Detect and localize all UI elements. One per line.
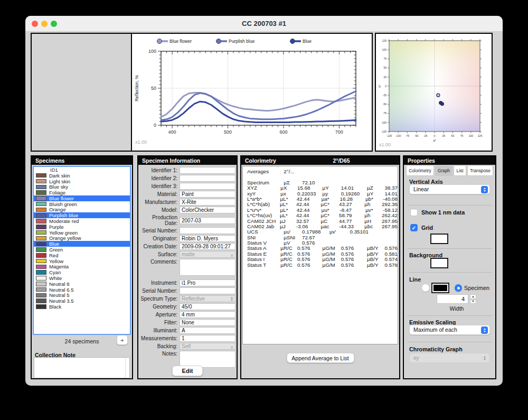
specimen-row[interactable]: Orange yellow bbox=[34, 236, 130, 241]
specimen-label: Blue bbox=[49, 241, 59, 247]
metric-value bbox=[350, 169, 379, 174]
color-swatch bbox=[36, 304, 46, 309]
tab-colorimetry[interactable]: Colorimetry bbox=[406, 165, 434, 176]
divider bbox=[407, 342, 492, 342]
grid-label: Grid bbox=[421, 225, 433, 231]
specimen-row[interactable]: Blue bbox=[34, 241, 130, 247]
metric-name: CAM02 Jab bbox=[247, 223, 280, 229]
field-input[interactable]: ColorChecker bbox=[180, 207, 235, 213]
add-specimen-button[interactable]: + bbox=[117, 335, 128, 345]
collection-note-input[interactable] bbox=[34, 357, 130, 378]
grid-checkbox[interactable]: ✓ bbox=[410, 224, 418, 231]
field-input[interactable]: 45/0 bbox=[180, 303, 235, 310]
info-row: Production Date:2007-03 bbox=[139, 214, 238, 226]
specimen-row[interactable]: Dark skin bbox=[34, 173, 130, 179]
specimen-row[interactable]: Moderate red bbox=[34, 218, 130, 224]
line-color-well[interactable] bbox=[431, 283, 449, 293]
field-input[interactable]: i1 Pro bbox=[180, 279, 235, 286]
specimens-list[interactable]: ID1Dark skinLight skinBlue skyFoliageBlu… bbox=[33, 166, 131, 335]
edit-button[interactable]: Edit bbox=[172, 366, 203, 376]
field-input[interactable]: 1 bbox=[180, 335, 235, 342]
divider bbox=[407, 205, 492, 206]
field-input[interactable] bbox=[180, 175, 235, 182]
metric-name: L*a*b* bbox=[247, 196, 280, 201]
specimen-row[interactable]: Blue flower bbox=[34, 195, 130, 201]
field-input: matte∨ bbox=[180, 251, 235, 258]
specimen-row[interactable]: Neutral 8 bbox=[34, 281, 130, 287]
svg-text:75: 75 bbox=[460, 134, 464, 137]
specimen-row[interactable]: White bbox=[34, 275, 130, 281]
color-swatch bbox=[36, 230, 46, 235]
svg-text:-75: -75 bbox=[406, 134, 409, 137]
emissive-scaling-select[interactable]: Maximum of each bbox=[409, 325, 490, 335]
specimen-row[interactable]: Purple bbox=[34, 224, 130, 230]
specimen-row[interactable]: Orange bbox=[34, 207, 130, 213]
grid-color-well[interactable] bbox=[430, 234, 448, 244]
field-input[interactable] bbox=[180, 167, 235, 174]
info-row: Identifier 1: bbox=[139, 167, 238, 174]
field-input[interactable]: 2007-03 bbox=[180, 217, 235, 224]
colorimetry-row: UCSµu'0.17988µv'0.35101 bbox=[247, 229, 398, 234]
field-input[interactable]: None bbox=[180, 319, 235, 326]
metric-value: 0.576 bbox=[341, 251, 367, 256]
svg-text:Blue: Blue bbox=[303, 39, 312, 44]
field-input[interactable]: X-Rite bbox=[180, 199, 235, 206]
field-input[interactable]: 4 mm bbox=[180, 311, 235, 318]
specimen-row[interactable]: Neutral 5 bbox=[34, 293, 130, 298]
specimen-row[interactable]: Neutral 6.5 bbox=[34, 287, 130, 293]
field-input[interactable] bbox=[180, 183, 235, 190]
metric-value: 42.44 bbox=[297, 207, 322, 212]
specimen-row[interactable]: Green bbox=[34, 247, 130, 253]
specimen-row[interactable]: Blue sky bbox=[34, 184, 130, 190]
tab-list[interactable]: List bbox=[454, 165, 466, 176]
line-width-row: 4 bbox=[404, 294, 495, 304]
specimen-row[interactable]: Light skin bbox=[34, 179, 130, 184]
svg-text:100: 100 bbox=[469, 134, 474, 137]
colorimetry-row: XYZµX15.68µY14.01µZ38.37 bbox=[247, 185, 398, 190]
colorimetry-row: L*C*hs(uv)µL*42.44µC*58.79µh262.42 bbox=[247, 212, 398, 218]
scrollbar[interactable] bbox=[125, 358, 126, 378]
color-swatch bbox=[36, 196, 46, 201]
color-swatch bbox=[36, 185, 46, 190]
background-color-well[interactable] bbox=[430, 258, 448, 268]
field-label: Material: bbox=[139, 191, 180, 197]
line-width-stepper[interactable] bbox=[470, 294, 476, 304]
specimen-radio[interactable] bbox=[455, 284, 462, 292]
specimen-row[interactable]: Yellow green bbox=[34, 230, 130, 236]
field-input[interactable] bbox=[180, 259, 235, 276]
metric-symbol: 2°/... bbox=[284, 169, 302, 174]
info-row: Backing:Self∨ bbox=[139, 343, 238, 350]
specimen-row[interactable]: Magenta bbox=[34, 264, 130, 270]
metric-value bbox=[302, 169, 329, 174]
specimen-row[interactable]: Red bbox=[34, 253, 130, 258]
info-row: Identifier 2: bbox=[139, 175, 238, 182]
field-input[interactable] bbox=[180, 227, 235, 234]
tab-graph[interactable]: Graph bbox=[435, 165, 452, 176]
color-swatch bbox=[36, 247, 46, 252]
color-swatch bbox=[36, 276, 46, 281]
svg-text:a*: a* bbox=[433, 139, 436, 142]
specimen-row[interactable]: Yellow bbox=[34, 258, 130, 264]
tab-transpose[interactable]: Transpose bbox=[467, 165, 493, 176]
show-1nm-checkbox[interactable] bbox=[410, 209, 418, 216]
specimen-row[interactable]: Black bbox=[34, 304, 130, 310]
specimen-radio-label: Specimen bbox=[464, 285, 489, 291]
specimen-row[interactable]: Neutral 3.5 bbox=[34, 298, 130, 304]
metric-symbol: µV bbox=[284, 240, 302, 245]
field-input[interactable]: 2009-09-28 09:01:27 bbox=[180, 243, 235, 250]
line-width-input[interactable]: 4 bbox=[437, 294, 468, 304]
chevron-down-icon: ∨ bbox=[230, 253, 233, 258]
field-input[interactable]: A bbox=[180, 327, 235, 334]
vertical-axis-select[interactable]: Linear bbox=[409, 184, 490, 194]
field-input[interactable] bbox=[180, 287, 235, 294]
specimen-row[interactable]: Purplish blue bbox=[34, 212, 130, 218]
specimen-row[interactable]: Bluish green bbox=[34, 201, 130, 207]
field-input[interactable]: Robin D. Myers bbox=[180, 235, 235, 242]
specimen-row[interactable]: Foliage bbox=[34, 190, 130, 195]
line-color-radio[interactable] bbox=[422, 284, 429, 292]
metric-symbol: µac bbox=[321, 223, 339, 229]
metric-value bbox=[350, 235, 379, 240]
specimen-row[interactable]: Cyan bbox=[34, 269, 130, 275]
field-input[interactable]: Paint bbox=[180, 191, 235, 198]
append-average-button[interactable]: Append Average to List bbox=[287, 353, 354, 363]
